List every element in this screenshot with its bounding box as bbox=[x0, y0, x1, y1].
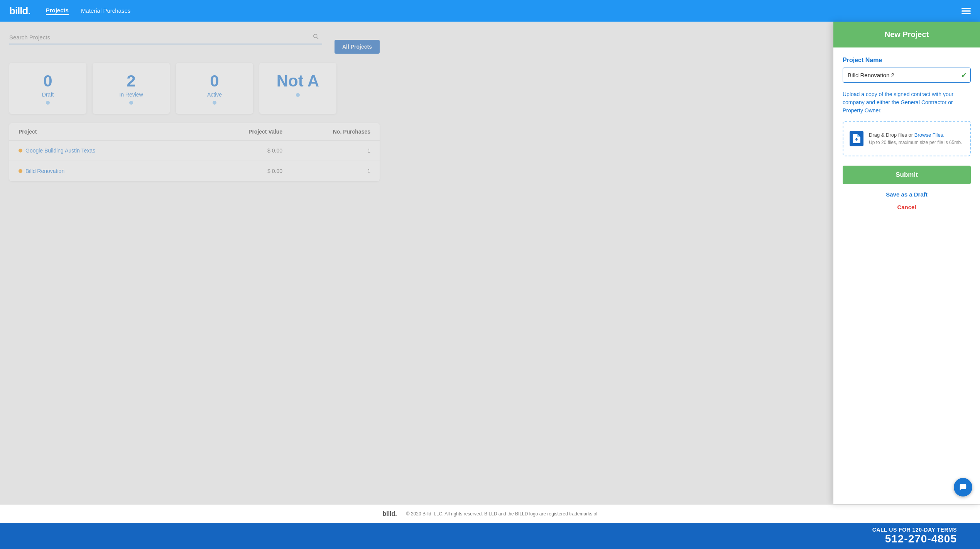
stat-dot-inreview bbox=[129, 101, 133, 105]
upload-file-icon bbox=[850, 131, 863, 146]
footer: billd. © 2020 Billd, LLC. All rights res… bbox=[0, 504, 980, 523]
browse-files-link[interactable]: Browse Files. bbox=[914, 132, 945, 138]
panel-body: Project Name ✔ Upload a copy of the sign… bbox=[833, 47, 980, 504]
all-projects-button[interactable]: All Projects bbox=[335, 40, 380, 54]
stat-dot-active bbox=[213, 101, 216, 105]
upload-size-info: Up to 20 files, maximum size per file is… bbox=[869, 139, 962, 146]
main-content: All Projects 0 Draft 2 In Review 0 Activ… bbox=[0, 22, 980, 504]
project-purchases-billd: 1 bbox=[282, 168, 370, 174]
col-header-project: Project bbox=[19, 129, 194, 135]
nav-projects[interactable]: Projects bbox=[46, 7, 69, 15]
project-name-field[interactable] bbox=[843, 68, 971, 83]
nav-material-purchases[interactable]: Material Purchases bbox=[81, 7, 130, 15]
stat-dot-draft bbox=[46, 101, 50, 105]
project-name-input-wrapper: ✔ bbox=[843, 68, 971, 83]
stat-number-inreview: 2 bbox=[105, 72, 157, 90]
chat-bubble[interactable] bbox=[954, 478, 972, 496]
input-check-icon: ✔ bbox=[961, 71, 967, 80]
header: billd. Projects Material Purchases bbox=[0, 0, 980, 22]
submit-button[interactable]: Submit bbox=[843, 166, 971, 184]
search-button[interactable] bbox=[309, 31, 322, 43]
search-bar bbox=[9, 31, 322, 44]
stat-label-active: Active bbox=[188, 92, 241, 98]
cta-title: CALL US FOR 120-DAY TERMS bbox=[872, 527, 957, 533]
footer-logo: billd. bbox=[382, 510, 397, 517]
col-header-value: Project Value bbox=[194, 129, 282, 135]
save-draft-button[interactable]: Save as a Draft bbox=[843, 191, 971, 198]
table-header: Project Project Value No. Purchases bbox=[9, 123, 380, 141]
stat-label-draft: Draft bbox=[22, 92, 74, 98]
upload-text: Drag & Drop files or Browse Files. Up to… bbox=[869, 131, 962, 146]
project-table: Project Project Value No. Purchases Goog… bbox=[9, 123, 380, 181]
stat-card-nota[interactable]: Not A bbox=[259, 63, 336, 114]
project-name-label: Project Name bbox=[843, 57, 971, 64]
cta-phone: 512-270-4805 bbox=[872, 533, 957, 545]
project-value-billd: $ 0.00 bbox=[194, 168, 282, 174]
status-dot-billd bbox=[19, 169, 22, 173]
stat-dot-nota bbox=[296, 93, 300, 97]
stat-number-active: 0 bbox=[188, 72, 241, 90]
cta-text: CALL US FOR 120-DAY TERMS 512-270-4805 bbox=[872, 527, 957, 545]
footer-text: © 2020 Billd, LLC. All rights reserved. … bbox=[406, 511, 598, 517]
project-name-google[interactable]: Google Building Austin Texas bbox=[19, 147, 194, 154]
project-value-google: $ 0.00 bbox=[194, 147, 282, 154]
stat-number-nota: Not A bbox=[272, 72, 324, 90]
new-project-panel: New Project Project Name ✔ Upload a copy… bbox=[833, 22, 980, 504]
table-row: Billd Renovation $ 0.00 1 bbox=[9, 161, 380, 181]
panel-header: New Project bbox=[833, 22, 980, 47]
logo: billd. bbox=[9, 5, 30, 17]
project-purchases-google: 1 bbox=[282, 147, 370, 154]
status-dot-google bbox=[19, 149, 22, 152]
panel-title: New Project bbox=[843, 30, 971, 39]
stat-number-draft: 0 bbox=[22, 72, 74, 90]
stat-card-active[interactable]: 0 Active bbox=[176, 63, 253, 114]
table-row: Google Building Austin Texas $ 0.00 1 bbox=[9, 141, 380, 161]
hamburger-menu[interactable] bbox=[961, 8, 971, 14]
project-name-billd[interactable]: Billd Renovation bbox=[19, 168, 194, 174]
stat-card-inreview[interactable]: 2 In Review bbox=[93, 63, 170, 114]
col-header-purchases: No. Purchases bbox=[282, 129, 370, 135]
stat-label-inreview: In Review bbox=[105, 92, 157, 98]
cancel-button[interactable]: Cancel bbox=[843, 204, 971, 210]
search-input[interactable] bbox=[9, 31, 309, 44]
stat-cards: 0 Draft 2 In Review 0 Active Not A bbox=[9, 63, 971, 114]
cta-bar: CALL US FOR 120-DAY TERMS 512-270-4805 bbox=[0, 523, 980, 549]
upload-description: Upload a copy of the signed contract wit… bbox=[843, 90, 971, 115]
upload-area[interactable]: Drag & Drop files or Browse Files. Up to… bbox=[843, 121, 971, 156]
stat-card-draft[interactable]: 0 Draft bbox=[9, 63, 86, 114]
